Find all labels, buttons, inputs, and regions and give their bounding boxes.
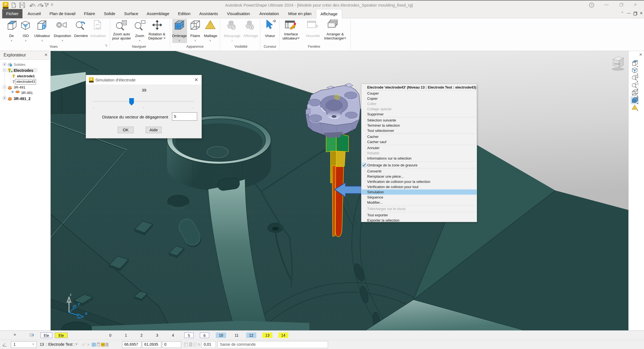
svg-text:P: P	[4, 2, 7, 7]
svg-text:z: z	[70, 293, 71, 297]
svg-text:X: X	[85, 312, 87, 316]
svg-text:Y: Y	[78, 302, 80, 306]
svg-text:P: P	[90, 78, 92, 81]
svg-text:Tr: Tr	[198, 343, 200, 346]
svg-text:?: ?	[591, 4, 592, 7]
svg-text:1: 1	[43, 25, 45, 29]
